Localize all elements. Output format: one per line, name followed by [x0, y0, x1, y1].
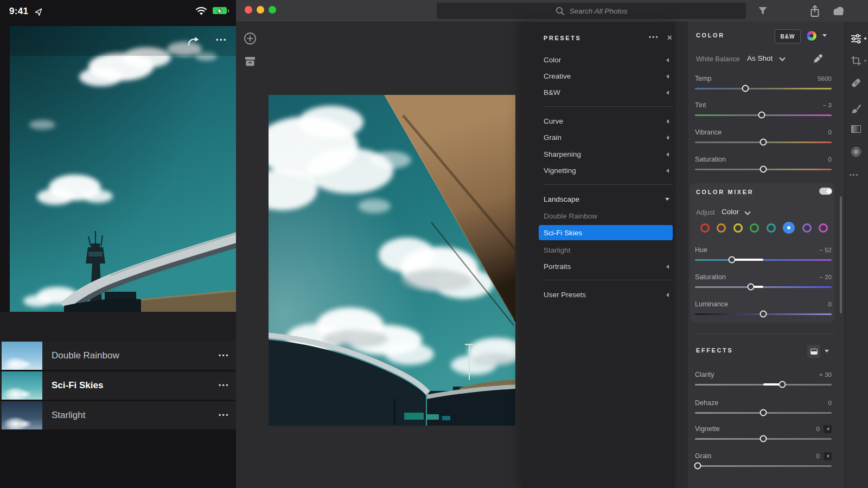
channel-red[interactable]: [700, 223, 710, 233]
preset-group-portraits[interactable]: Portraits: [544, 262, 571, 272]
channel-blue[interactable]: [783, 222, 795, 234]
channel-orange[interactable]: [717, 223, 726, 233]
dehaze-knob[interactable]: [760, 409, 767, 416]
grain-slider[interactable]: [695, 465, 832, 467]
white-balance-value[interactable]: As Shot: [747, 54, 773, 62]
mobile-preset-row-scifi-skies[interactable]: Sci-Fi Skies •••: [0, 371, 236, 400]
photo-more-icon[interactable]: •••: [216, 36, 227, 44]
preset-group-color[interactable]: Color: [544, 56, 561, 66]
mobile-preset-row-starlight[interactable]: Starlight •••: [0, 401, 236, 429]
search-input[interactable]: Search All Photos: [437, 3, 746, 19]
collapse-arrow-icon[interactable]: [666, 119, 669, 124]
more-icon[interactable]: •••: [219, 382, 229, 389]
tint-slider[interactable]: [695, 114, 832, 116]
channel-magenta[interactable]: [819, 223, 828, 233]
edit-panel-scrollbar[interactable]: [840, 196, 842, 313]
luminance-knob[interactable]: [760, 311, 767, 318]
preset-scifi-skies-selected[interactable]: Sci-Fi Skies: [539, 225, 673, 240]
collapse-arrow-icon[interactable]: [666, 136, 669, 140]
hue-slider[interactable]: [695, 259, 832, 261]
brush-icon[interactable]: [851, 103, 861, 114]
vignette-knob[interactable]: [760, 435, 767, 442]
collapse-arrow-icon[interactable]: [666, 152, 669, 157]
bw-toggle-button[interactable]: B&W: [775, 29, 801, 43]
presets-close-icon[interactable]: ✕: [667, 34, 673, 42]
window-close-button[interactable]: [245, 6, 252, 14]
preset-group-landscape[interactable]: Landscape: [544, 195, 579, 205]
temp-slider[interactable]: [695, 88, 832, 89]
collapse-arrow-icon[interactable]: [666, 91, 669, 95]
adjust-value[interactable]: Color: [722, 208, 739, 216]
filter-icon[interactable]: [758, 7, 768, 16]
collapse-arrow-icon[interactable]: [666, 58, 669, 62]
more-icon[interactable]: •••: [219, 412, 229, 419]
adjust-label: Adjust: [696, 209, 715, 216]
crop-icon[interactable]: [851, 55, 861, 66]
saturation-slider[interactable]: [695, 169, 832, 170]
dehaze-slider[interactable]: [695, 412, 832, 414]
channel-yellow[interactable]: [733, 223, 743, 233]
preset-group-sharpening[interactable]: Sharpening: [544, 150, 581, 160]
hue-knob[interactable]: [729, 256, 736, 264]
vignette-slider[interactable]: [695, 438, 832, 440]
more-tools-icon[interactable]: •••: [850, 171, 859, 178]
preset-thumbnail[interactable]: [2, 371, 42, 400]
section-chevron-icon[interactable]: [825, 350, 829, 352]
more-icon[interactable]: •••: [219, 352, 229, 359]
effects-preset-button[interactable]: [807, 345, 820, 358]
preset-group-grain[interactable]: Grain: [544, 133, 561, 143]
collapse-arrow-icon[interactable]: [666, 169, 669, 173]
clarity-slider[interactable]: [695, 384, 832, 386]
preset-starlight[interactable]: Starlight: [544, 246, 571, 256]
preset-group-user-presets[interactable]: User Presets: [544, 291, 586, 300]
saturation-knob[interactable]: [760, 166, 767, 173]
mixer-saturation-knob[interactable]: [748, 284, 755, 291]
color-wheel-icon[interactable]: [806, 30, 817, 41]
mixer-saturation-slider[interactable]: [695, 286, 832, 288]
preset-group-curve[interactable]: Curve: [544, 117, 563, 127]
temp-knob[interactable]: [742, 85, 749, 92]
preset-group-vignetting[interactable]: Vignetting: [544, 166, 576, 176]
grain-expand-button[interactable]: [824, 452, 832, 460]
channel-green[interactable]: [750, 223, 759, 233]
cloud-sync-icon[interactable]: [831, 6, 846, 16]
mobile-photo[interactable]: [10, 26, 236, 312]
share-icon[interactable]: [809, 5, 820, 17]
section-chevron-icon[interactable]: [822, 34, 827, 37]
presets-more-icon[interactable]: •••: [649, 34, 659, 41]
vibrance-slider[interactable]: [695, 142, 832, 143]
luminance-slider[interactable]: [695, 313, 832, 315]
vignette-expand-button[interactable]: [824, 425, 832, 433]
preset-thumbnail[interactable]: [2, 401, 42, 429]
collapse-arrow-icon[interactable]: [666, 74, 669, 79]
main-photo[interactable]: [269, 95, 515, 426]
redo-icon[interactable]: [187, 35, 201, 47]
mobile-preset-row-double-rainbow[interactable]: Double Rainbow •••: [0, 342, 236, 370]
color-mixer-toggle[interactable]: [819, 188, 832, 195]
luminance-label: Luminance: [695, 300, 728, 308]
expanded-arrow-icon[interactable]: [665, 198, 669, 201]
clarity-knob[interactable]: [779, 381, 786, 388]
edit-sliders-icon[interactable]: [851, 34, 861, 44]
collapse-arrow-icon[interactable]: [666, 265, 669, 269]
preset-group-bw[interactable]: B&W: [544, 88, 560, 98]
linear-gradient-icon[interactable]: [851, 125, 861, 133]
my-photos-icon[interactable]: [244, 56, 256, 67]
tint-knob[interactable]: [758, 112, 765, 119]
grain-knob[interactable]: [694, 463, 701, 470]
preset-thumbnail[interactable]: [2, 342, 42, 370]
channel-aqua[interactable]: [767, 223, 776, 233]
vibrance-knob[interactable]: [760, 139, 767, 146]
preset-double-rainbow[interactable]: Double Rainbow: [544, 212, 597, 222]
preset-group-creative[interactable]: Creative: [544, 72, 571, 82]
healing-brush-icon[interactable]: [851, 78, 861, 88]
window-zoom-button[interactable]: [269, 6, 276, 14]
add-photos-button[interactable]: [244, 32, 257, 45]
mobile-group-header[interactable]: Landscape: [0, 312, 236, 342]
channel-purple[interactable]: [802, 223, 812, 233]
radial-gradient-icon[interactable]: [851, 147, 861, 157]
saturation-label: Saturation: [695, 156, 726, 163]
window-minimize-button[interactable]: [257, 6, 264, 14]
eyedropper-icon[interactable]: [813, 54, 823, 64]
collapse-arrow-icon[interactable]: [666, 293, 669, 297]
